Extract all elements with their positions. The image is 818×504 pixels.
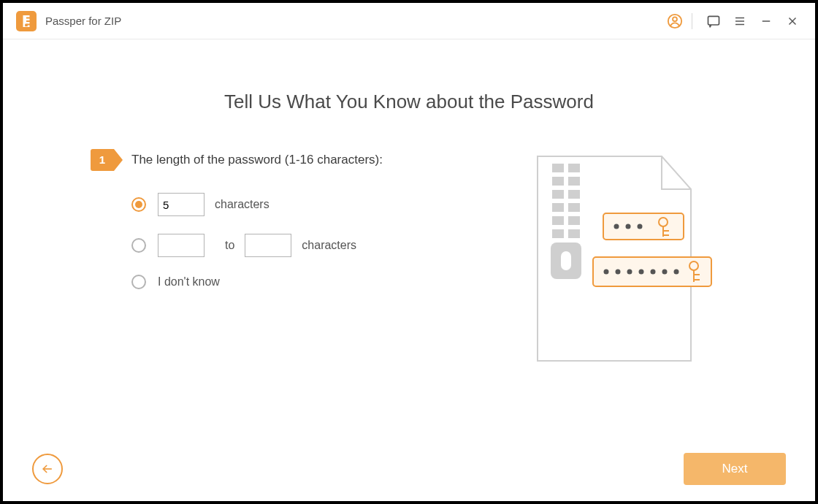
- svg-rect-10: [552, 164, 564, 172]
- svg-point-25: [614, 224, 619, 229]
- option-range-length[interactable]: to characters: [131, 234, 523, 257]
- feedback-icon[interactable]: [703, 10, 725, 32]
- radio-range[interactable]: [131, 238, 146, 253]
- svg-rect-15: [568, 190, 580, 199]
- account-icon[interactable]: [664, 10, 686, 32]
- range-to-word: to: [225, 239, 234, 252]
- app-title: Passper for ZIP: [45, 15, 121, 27]
- svg-point-39: [674, 270, 679, 275]
- main-content: 1 The length of the password (1-16 chara…: [91, 149, 771, 368]
- svg-rect-17: [568, 203, 580, 212]
- svg-rect-18: [552, 216, 564, 225]
- option-unknown[interactable]: I don't know: [131, 275, 523, 289]
- titlebar: Passper for ZIP: [3, 3, 815, 39]
- input-range-to[interactable]: [245, 234, 291, 257]
- svg-point-38: [662, 270, 668, 275]
- page-heading: Tell Us What You Know about the Password: [3, 91, 815, 113]
- titlebar-separator: [692, 13, 692, 29]
- footer: Next: [3, 453, 815, 485]
- svg-point-34: [616, 270, 621, 275]
- svg-rect-14: [552, 190, 564, 199]
- svg-rect-16: [552, 203, 564, 212]
- range-suffix: characters: [302, 239, 356, 252]
- app-logo-icon: [16, 11, 37, 31]
- zip-file-illustration: [523, 149, 713, 368]
- exact-suffix: characters: [215, 198, 270, 211]
- input-range-from[interactable]: [158, 234, 204, 257]
- svg-rect-13: [568, 177, 580, 186]
- step-row: 1 The length of the password (1-16 chara…: [91, 149, 523, 171]
- svg-point-36: [639, 270, 644, 275]
- svg-point-33: [604, 270, 609, 275]
- illustration-column: [523, 149, 771, 368]
- svg-rect-11: [568, 164, 580, 172]
- svg-point-2: [673, 17, 677, 21]
- svg-point-26: [626, 224, 631, 229]
- next-button[interactable]: Next: [684, 453, 786, 485]
- menu-icon[interactable]: [729, 10, 751, 32]
- svg-point-37: [651, 270, 656, 275]
- svg-rect-20: [552, 229, 564, 238]
- radio-exact[interactable]: [131, 197, 146, 212]
- close-icon[interactable]: [781, 10, 803, 32]
- svg-rect-23: [561, 251, 571, 270]
- minimize-icon[interactable]: [755, 10, 777, 32]
- svg-rect-0: [25, 23, 28, 26]
- unknown-label: I don't know: [158, 275, 220, 289]
- svg-rect-3: [708, 16, 719, 25]
- svg-rect-12: [552, 177, 564, 186]
- radio-unknown[interactable]: [131, 275, 146, 289]
- svg-point-27: [638, 224, 643, 229]
- input-exact-length[interactable]: [158, 193, 204, 216]
- back-button[interactable]: [32, 454, 63, 484]
- svg-rect-19: [568, 216, 580, 225]
- step-label: The length of the password (1-16 charact…: [131, 153, 383, 167]
- form-column: 1 The length of the password (1-16 chara…: [91, 149, 523, 368]
- step-badge: 1: [91, 149, 114, 171]
- svg-rect-21: [568, 229, 580, 238]
- options-group: characters to characters I don't know: [131, 193, 523, 289]
- svg-point-35: [627, 270, 632, 275]
- option-exact-length[interactable]: characters: [131, 193, 523, 216]
